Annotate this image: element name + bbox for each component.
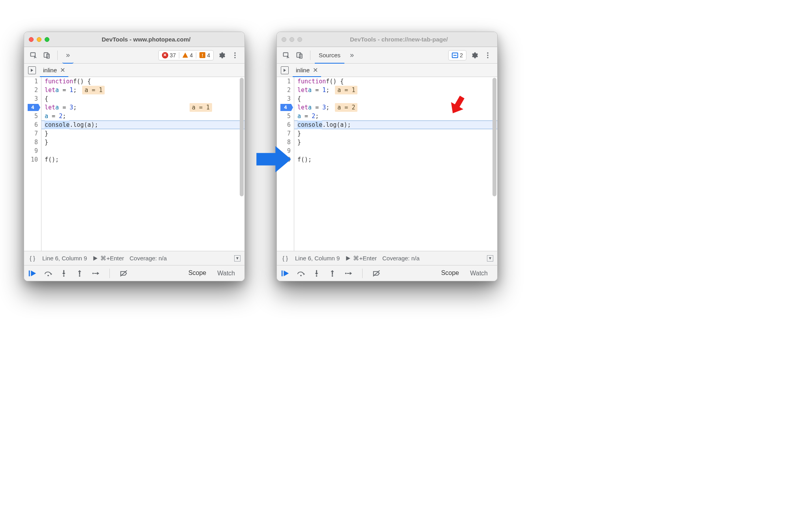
info-badge[interactable]: ! 4 bbox=[196, 52, 213, 58]
step-into-icon[interactable] bbox=[60, 269, 68, 277]
chevron-down-icon[interactable]: ▼ bbox=[234, 255, 241, 262]
breakpoint-icon[interactable]: 4 bbox=[280, 104, 293, 111]
execution-line: console.log(a); bbox=[294, 120, 497, 129]
settings-icon[interactable] bbox=[216, 50, 227, 61]
close-tab-icon[interactable]: ✕ bbox=[60, 66, 65, 74]
run-icon[interactable] bbox=[345, 256, 351, 261]
line-number[interactable]: 8 bbox=[24, 138, 38, 147]
status-badges[interactable]: ✕ 37 4 ! 4 bbox=[158, 50, 214, 60]
line-number[interactable]: 4 bbox=[24, 103, 38, 112]
pretty-print-icon[interactable]: { } bbox=[281, 254, 289, 263]
run-icon[interactable] bbox=[92, 256, 98, 261]
cursor-position: Line 6, Column 9 bbox=[295, 255, 340, 262]
editor-statusbar: { } Line 6, Column 9 ⌘+Enter Coverage: n… bbox=[277, 251, 497, 265]
more-tabs-icon[interactable] bbox=[62, 47, 73, 64]
minimize-icon[interactable] bbox=[37, 37, 41, 42]
selection: console bbox=[297, 120, 322, 129]
show-navigator-icon[interactable] bbox=[281, 66, 289, 74]
line-number[interactable]: 7 bbox=[277, 129, 291, 138]
file-tab-inline[interactable]: inline ✕ bbox=[293, 64, 321, 77]
line-number[interactable]: 5 bbox=[24, 112, 38, 120]
warnings-count: 4 bbox=[190, 52, 193, 58]
file-tab-inline[interactable]: inline ✕ bbox=[40, 64, 68, 77]
line-number[interactable]: 2 bbox=[24, 86, 38, 94]
minimize-icon[interactable] bbox=[289, 37, 294, 42]
zoom-icon[interactable] bbox=[45, 37, 49, 42]
line-number[interactable]: 9 bbox=[24, 147, 38, 155]
close-icon[interactable] bbox=[29, 37, 34, 42]
resume-icon[interactable] bbox=[28, 269, 37, 277]
titlebar[interactable]: DevTools - chrome://new-tab-page/ bbox=[277, 32, 497, 47]
svg-marker-35 bbox=[315, 273, 318, 275]
code-body[interactable]: function f() { let a = 1;a = 1 { let a =… bbox=[41, 77, 244, 251]
warnings-badge[interactable]: 4 bbox=[179, 52, 196, 58]
line-number[interactable]: 7 bbox=[24, 129, 38, 138]
inline-value: a = 1 bbox=[335, 86, 357, 94]
step-icon[interactable] bbox=[344, 269, 353, 277]
svg-rect-23 bbox=[297, 53, 301, 57]
inspect-icon[interactable] bbox=[28, 50, 39, 61]
info-count: 4 bbox=[207, 52, 210, 58]
svg-marker-31 bbox=[284, 270, 289, 276]
line-number[interactable]: 3 bbox=[24, 94, 38, 103]
tab-sources[interactable]: Sources bbox=[315, 47, 344, 64]
device-toggle-icon[interactable] bbox=[294, 50, 305, 61]
show-navigator-icon[interactable] bbox=[28, 66, 36, 74]
transition-arrow-icon bbox=[256, 145, 291, 173]
svg-rect-1 bbox=[44, 53, 48, 57]
errors-badge[interactable]: ✕ 37 bbox=[159, 52, 179, 58]
svg-point-4 bbox=[234, 55, 235, 56]
scrollbar-thumb[interactable] bbox=[240, 78, 244, 196]
step-over-icon[interactable] bbox=[44, 269, 53, 277]
warning-icon bbox=[182, 53, 188, 58]
tab-scope[interactable]: Scope bbox=[183, 265, 212, 282]
code-editor[interactable]: 1 2 3 4 5 6 7 8 9 10 function f() { let … bbox=[24, 77, 244, 251]
step-over-icon[interactable] bbox=[297, 269, 305, 277]
more-tabs-icon[interactable] bbox=[346, 50, 357, 61]
line-number[interactable]: 3 bbox=[277, 94, 291, 103]
step-out-icon[interactable] bbox=[328, 269, 337, 277]
line-number[interactable]: 5 bbox=[277, 112, 291, 120]
issues-badge[interactable]: 2 bbox=[448, 50, 466, 60]
zoom-icon[interactable] bbox=[297, 37, 302, 42]
close-tab-icon[interactable]: ✕ bbox=[313, 66, 318, 74]
titlebar[interactable]: DevTools - www.photopea.com/ bbox=[24, 32, 244, 47]
scrollbar-thumb[interactable] bbox=[492, 78, 496, 196]
step-out-icon[interactable] bbox=[75, 269, 84, 277]
resume-icon[interactable] bbox=[281, 269, 289, 277]
step-into-icon[interactable] bbox=[312, 269, 321, 277]
coverage-status: Coverage: n/a bbox=[130, 255, 167, 262]
line-gutter[interactable]: 1 2 3 4 5 6 7 8 9 10 bbox=[24, 77, 41, 251]
chevron-down-icon[interactable]: ▼ bbox=[487, 255, 493, 262]
svg-marker-44 bbox=[447, 94, 468, 116]
device-toggle-icon[interactable] bbox=[41, 50, 53, 61]
debugger-toolbar: Scope Watch bbox=[277, 265, 497, 281]
pretty-print-icon[interactable]: { } bbox=[28, 254, 37, 263]
line-number[interactable]: 10 bbox=[24, 155, 38, 164]
line-number[interactable]: 2 bbox=[277, 86, 291, 94]
close-icon[interactable] bbox=[282, 37, 286, 42]
line-number[interactable]: 6 bbox=[277, 120, 291, 129]
step-icon[interactable] bbox=[91, 269, 100, 277]
tab-scope[interactable]: Scope bbox=[436, 265, 464, 282]
deactivate-breakpoints-icon[interactable] bbox=[119, 269, 128, 277]
deactivate-breakpoints-icon[interactable] bbox=[372, 269, 381, 277]
tab-watch[interactable]: Watch bbox=[464, 265, 493, 281]
svg-marker-45 bbox=[256, 146, 291, 173]
svg-rect-12 bbox=[63, 270, 64, 273]
kebab-menu-icon[interactable] bbox=[482, 50, 493, 61]
breakpoint-icon[interactable]: 4 bbox=[28, 104, 40, 111]
settings-icon[interactable] bbox=[469, 50, 480, 61]
line-number[interactable]: 4 bbox=[277, 103, 291, 112]
inspect-icon[interactable] bbox=[281, 50, 292, 61]
svg-point-40 bbox=[345, 273, 347, 274]
eval-shortcut: ⌘+Enter bbox=[353, 255, 377, 262]
kebab-menu-icon[interactable] bbox=[229, 50, 241, 61]
line-number[interactable]: 6 bbox=[24, 120, 38, 129]
svg-rect-16 bbox=[79, 272, 80, 275]
line-number[interactable]: 1 bbox=[277, 77, 291, 86]
errors-count: 37 bbox=[170, 52, 176, 58]
svg-marker-9 bbox=[31, 270, 36, 276]
line-number[interactable]: 1 bbox=[24, 77, 38, 86]
tab-watch[interactable]: Watch bbox=[212, 265, 241, 281]
